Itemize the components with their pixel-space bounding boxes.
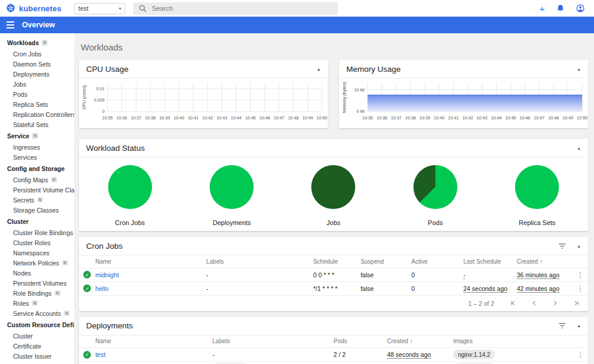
filter-icon[interactable] [558,243,566,249]
sidebar-section-service[interactable]: ServiceN [0,129,74,142]
sidebar-item-label: Stateful Sets [13,121,49,128]
filter-icon[interactable] [558,322,566,329]
sidebar-item-deployments[interactable]: Deployments [0,69,74,79]
namespaced-badge: N [62,260,68,265]
row-menu-button[interactable]: ⋮ [577,350,584,359]
brand-name: kubernetes [19,4,61,13]
cell-value: - [206,281,313,295]
sidebar-item-label: Secrets [13,197,34,204]
sidebar-item-label: Cluster [13,333,33,340]
column-header-labels[interactable]: Labels [206,255,313,268]
sidebar-item-certificate[interactable]: Certificate [0,341,74,351]
sidebar-item-label: Network Policies [13,259,59,267]
svg-text:10:48: 10:48 [548,115,559,121]
sidebar-item-namespaces[interactable]: Namespaces [0,248,74,258]
column-header-suspend[interactable]: Suspend [361,255,412,268]
sidebar-item-cluster-issuer[interactable]: Cluster Issuer [0,351,74,361]
sidebar-item-nodes[interactable]: Nodes [0,268,74,278]
column-header-pods[interactable]: Pods [333,335,387,348]
column-header-last_schedule[interactable]: Last Schedule [463,255,517,268]
notifications-bell-icon[interactable] [557,4,564,12]
column-header-active[interactable]: Active [412,255,463,268]
sidebar-item-services[interactable]: Services [0,152,74,162]
sidebar-item-persistent-volume-claims[interactable]: Persistent Volume ClaimsN [0,185,74,195]
sidebar-item-label: Pods [13,91,27,98]
sidebar-item-persistent-volumes[interactable]: Persistent Volumes [0,278,74,288]
sidebar-item-role-bindings[interactable]: Role BindingsN [0,288,74,298]
namespace-select[interactable]: test ▾ [74,3,125,14]
namespace-value: test [78,5,89,12]
svg-text:0.005: 0.005 [94,97,105,103]
column-header-labels[interactable]: Labels [213,335,334,348]
resource-link[interactable]: midnight [95,271,119,278]
column-header-created[interactable]: Created↑ [387,335,453,348]
collapse-card-icon[interactable]: ▲ [317,67,321,71]
sidebar-item-cluster-role-bindings[interactable]: Cluster Role Bindings [0,227,74,238]
namespaced-badge: N [55,290,61,296]
plus-icon[interactable]: + [539,4,545,13]
sidebar-item-ingresses[interactable]: Ingresses [0,142,74,152]
column-header-schedule[interactable]: Schedule [313,255,361,268]
collapse-card-icon[interactable]: ▲ [577,146,581,150]
collapse-card-icon[interactable]: ▲ [577,244,581,248]
collapse-card-icon[interactable]: ▲ [577,67,581,71]
sidebar-item-label: Role Bindings [13,290,52,297]
sidebar-item-cluster-roles[interactable]: Cluster Roles [0,238,74,248]
relative-time: 48 seconds ago [387,351,431,359]
row-menu-button[interactable]: ⋮ [577,284,584,293]
row-menu-button[interactable]: ⋮ [577,271,584,279]
pie-label: Jobs [311,219,355,226]
cell-value: 3 / 3 [333,362,387,364]
resource-link[interactable]: test [95,351,105,358]
cell-value: 0 0 * * * [313,268,361,281]
sidebar-item-stateful-sets[interactable]: Stateful Sets [0,119,74,129]
sidebar-item-label: Replication Controllers [13,111,74,118]
page-breadcrumb-title: Overview [22,21,55,29]
kubernetes-logo[interactable]: kubernetes [0,4,74,13]
sidebar-item-cron-jobs[interactable]: Cron Jobs [0,49,74,59]
collapse-card-icon[interactable]: ▲ [577,324,581,328]
svg-text:10:48: 10:48 [288,115,299,121]
last-page-icon[interactable] [572,299,580,307]
sidebar-section-workloads[interactable]: WorkloadsN [0,36,74,49]
sidebar-section-custom-resource-definitions[interactable]: Custom Resource Definitions [0,318,74,331]
account-circle-icon[interactable] [576,4,584,12]
sidebar-item-service-accounts[interactable]: Service AccountsN [0,308,74,318]
sidebar-item-config-maps[interactable]: Config MapsN [0,175,74,185]
sidebar-item-pods[interactable]: Pods [0,89,74,99]
sidebar-item-roles[interactable]: RolesN [0,298,74,308]
menu-hamburger-icon[interactable] [7,21,14,29]
cell-value: 0 [412,268,463,281]
column-header-name[interactable]: Name [95,255,206,268]
deployments-table: NameLabelsPodsCreated↑Images✓test-2 / 24… [79,335,588,364]
sidebar-section-config-and-storage[interactable]: Config and Storage [0,162,74,175]
svg-text:10:41: 10:41 [448,115,459,121]
sidebar-item-daemon-sets[interactable]: Daemon Sets [0,59,74,69]
column-header-created[interactable]: Created↑ [517,255,573,268]
column-header-images[interactable]: Images [453,335,573,348]
column-header-name[interactable]: Name [95,335,212,348]
column-header-status [79,255,95,268]
pie-label: Replica Sets [515,219,559,226]
next-page-icon[interactable] [551,299,559,307]
sidebar-item-jobs[interactable]: Jobs [0,79,74,89]
svg-text:10:46: 10:46 [520,115,530,121]
sidebar-item-replication-controllers[interactable]: Replication Controllers [0,109,74,119]
first-page-icon[interactable] [510,299,517,307]
table-row: ✓midnight-0 0 * * *false0-36 minutes ago… [79,268,588,281]
svg-text:10:50: 10:50 [577,115,587,121]
search-input[interactable] [152,5,307,12]
resource-link[interactable]: hello [95,285,108,292]
sidebar-section-cluster[interactable]: Cluster [0,215,74,227]
sidebar-item-storage-classes[interactable]: Storage Classes [0,205,74,215]
sidebar-item-secrets[interactable]: SecretsN [0,195,74,205]
sidebar-item-replica-sets[interactable]: Replica Sets [0,99,74,109]
sidebar-item-network-policies[interactable]: Network PoliciesN [0,258,74,268]
sidebar-item-label: Nodes [13,270,31,277]
svg-text:10:45: 10:45 [505,115,516,121]
previous-page-icon[interactable] [530,299,538,307]
sidebar-item-label: Certificate [13,343,41,350]
svg-text:10:42: 10:42 [462,115,473,121]
sidebar-item-label: Deployments [13,71,49,78]
sidebar-item-cluster[interactable]: Cluster [0,331,74,341]
